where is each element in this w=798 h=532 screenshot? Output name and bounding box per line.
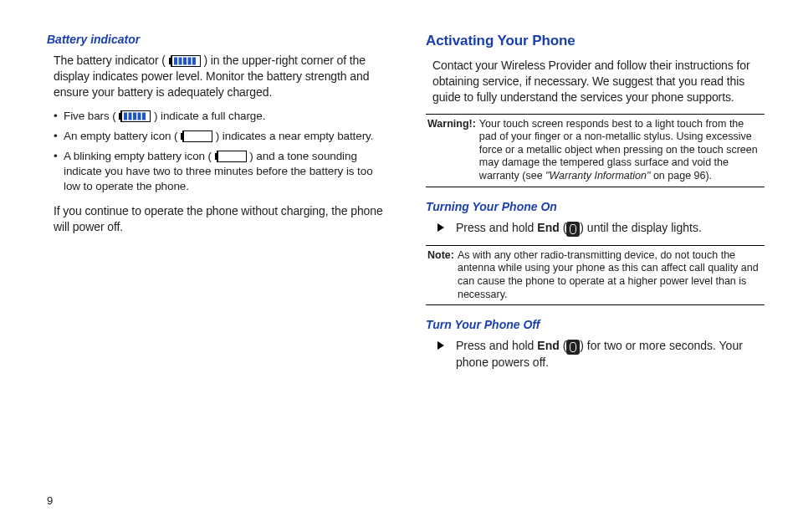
step2-before: Press and hold	[456, 339, 537, 352]
step-turn-on-text: Press and hold End () until the display …	[456, 220, 765, 237]
heading-turning-on: Turning Your Phone On	[426, 199, 765, 215]
right-column: Activating Your Phone Contact your Wirel…	[426, 32, 765, 520]
warning-text-after: on page 96).	[650, 170, 712, 182]
svg-rect-5	[187, 57, 191, 64]
svg-rect-15	[183, 130, 212, 142]
step-arrow-icon	[437, 341, 444, 350]
step1-mid: (	[560, 221, 567, 234]
svg-rect-12	[138, 112, 141, 120]
svg-rect-2	[174, 57, 177, 64]
step1-before: Press and hold	[456, 221, 537, 234]
page: Battery indicator The battery indicator …	[0, 0, 798, 532]
note-label: Note:	[427, 249, 454, 302]
bullet-five-bars: Five bars ( ) indicate a full charge.	[54, 109, 386, 124]
battery-intro-before: The battery indicator (	[54, 54, 166, 67]
warning-label: Warning!:	[427, 118, 476, 183]
svg-rect-13	[142, 112, 146, 120]
step2-mid: (	[560, 339, 567, 352]
svg-rect-10	[129, 112, 132, 120]
bullet-empty-battery: An empty battery icon ( ) indicates a ne…	[54, 129, 386, 144]
step-turn-off: Press and hold End () for two or more se…	[426, 338, 765, 371]
activating-intro: Contact your Wireless Provider and follo…	[426, 58, 765, 105]
page-number: 9	[47, 494, 53, 507]
bullet-3-before: A blinking empty battery icon (	[64, 150, 212, 162]
battery-empty-icon	[215, 151, 247, 162]
bullet-blinking-battery: A blinking empty battery icon ( ) and a …	[54, 149, 386, 195]
note-box: Note: As with any other radio-transmitti…	[426, 245, 765, 306]
battery-outro: If you continue to operate the phone wit…	[47, 203, 386, 235]
heading-battery-indicator: Battery indicator	[47, 32, 386, 48]
bullet-1-after: ) indicate a full charge.	[154, 110, 265, 122]
battery-empty-icon	[181, 130, 212, 142]
warning-box: Warning!: Your touch screen responds bes…	[426, 114, 765, 187]
heading-activating: Activating Your Phone	[426, 32, 765, 51]
step2-end-label: End	[537, 339, 559, 352]
bullet-2-after: ) indicates a near empty battery.	[216, 130, 374, 142]
end-key-icon	[566, 222, 580, 237]
bullet-2-before: An empty battery icon (	[64, 130, 178, 142]
note-text: As with any other radio-transmitting dev…	[458, 249, 763, 302]
warning-text: Your touch screen responds best to a lig…	[479, 118, 763, 183]
battery-bullet-list: Five bars ( ) indicate a full charge. An…	[47, 109, 386, 195]
svg-rect-3	[178, 57, 182, 64]
step-arrow-icon	[437, 223, 444, 232]
battery-intro: The battery indicator ( ) in the upper-r…	[47, 53, 386, 100]
svg-rect-4	[183, 57, 187, 64]
svg-rect-9	[124, 112, 127, 120]
battery-full-icon	[169, 55, 201, 67]
svg-rect-11	[133, 112, 136, 120]
step1-end-label: End	[537, 221, 559, 234]
warning-ref-italic: "Warranty Information"	[545, 170, 650, 182]
heading-turning-off: Turn Your Phone Off	[426, 317, 765, 333]
step1-after: ) until the display lights.	[580, 221, 702, 234]
svg-rect-17	[217, 151, 247, 162]
left-column: Battery indicator The battery indicator …	[47, 32, 386, 520]
end-key-icon	[566, 340, 580, 355]
svg-rect-6	[192, 57, 196, 64]
step-turn-on: Press and hold End () until the display …	[426, 220, 765, 237]
bullet-1-before: Five bars (	[64, 110, 116, 122]
battery-full-icon	[119, 110, 151, 122]
step-turn-off-text: Press and hold End () for two or more se…	[456, 338, 765, 371]
